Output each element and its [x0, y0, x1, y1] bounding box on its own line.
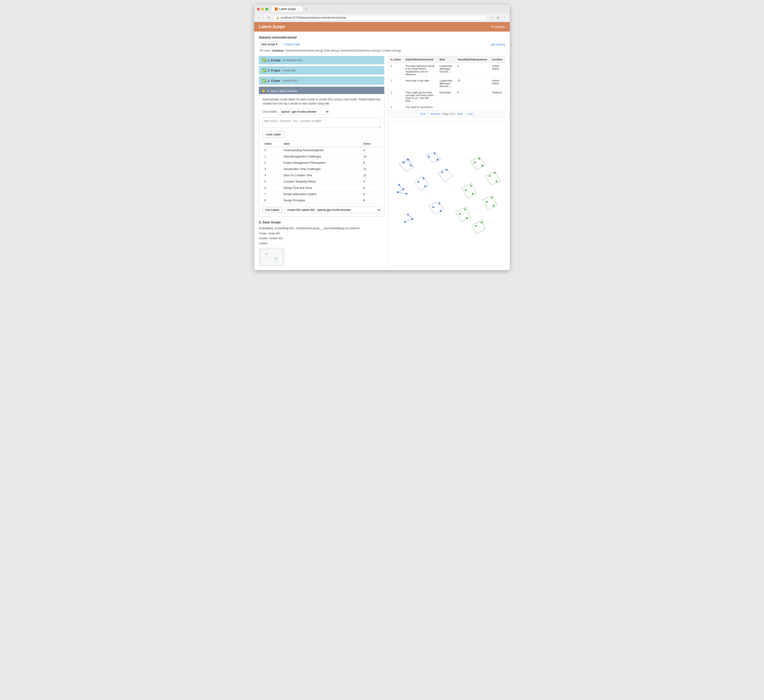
- step-2-check-icon: ✅: [262, 69, 266, 72]
- labels-select[interactable]: cluster-001-labels-001 - openai-gpt-4-tu…: [284, 207, 381, 213]
- row-years: 4: [455, 63, 490, 78]
- cluster-items: 6: [362, 191, 380, 197]
- forward-button[interactable]: ›: [262, 15, 265, 20]
- step-3-header[interactable]: ✅ 3. Cluster (cluster-001): [259, 77, 384, 85]
- col-index: index: [263, 141, 282, 147]
- step-3-check-icon: ✅: [262, 79, 266, 83]
- cluster-label: Complex Simplicity Efforts: [282, 179, 362, 185]
- step-4-description: Automatically create labels for each clu…: [262, 97, 381, 106]
- svg-point-66: [475, 225, 477, 227]
- table-row: 1 How long it may take Leadership (Manag…: [388, 78, 505, 89]
- step-1-header[interactable]: ✅ 1. Embed (embedding-001): [259, 56, 384, 64]
- use-labels-button[interactable]: Use Labels: [262, 207, 282, 213]
- save-preview-thumbnail: [259, 248, 284, 266]
- svg-point-30: [418, 181, 420, 183]
- browser-addressbar: ‹ › ↻ 🔒 localhost:5174/datasets/datavis-…: [254, 14, 510, 22]
- dropdown-arrow-icon: ▾: [276, 43, 277, 46]
- svg-point-60: [493, 205, 495, 207]
- prev-page-link[interactable]: ← Previous: [427, 112, 441, 115]
- svg-point-62: [459, 213, 461, 215]
- auto-label-button[interactable]: Auto Label: [262, 131, 285, 138]
- tab-close-button[interactable]: ×: [298, 8, 299, 11]
- svg-point-59: [491, 197, 493, 198]
- url-bar[interactable]: 🔒 localhost:5174/datasets/datavis-notund…: [273, 15, 487, 20]
- chat-model-row: Chat Model: openai - gpt-4-turbo-preview…: [262, 108, 381, 115]
- row-index: 2: [388, 89, 403, 104]
- preview-svg: [261, 250, 282, 265]
- save-scope-section: 5. Save Scope Embedding: embedding-001 -…: [259, 220, 384, 266]
- cluster-label: Design philosophy insights: [282, 191, 362, 197]
- cluster-label: Data Management Challenges: [282, 153, 362, 160]
- save-embedding: Embedding: embedding-001 - transformers-…: [259, 226, 384, 231]
- cluster-list: index label items 0 Understanding Acknow…: [262, 141, 381, 204]
- table-footer: First ← Previous Page 1 of 1 Next → Last: [388, 110, 505, 117]
- settings-link[interactable]: ⚙ settings: [491, 25, 505, 28]
- cluster-row: 8 Design Principles 8: [263, 197, 380, 204]
- svg-point-55: [470, 185, 472, 187]
- dataset-title: datavis-notunderstood: [259, 35, 505, 39]
- last-page-link[interactable]: Last: [468, 112, 473, 115]
- step-4-content: Automatically create labels for each clu…: [259, 94, 384, 217]
- step-4: 👉 4. Auto-Label Clusters Automatically c…: [259, 87, 384, 217]
- extensions-button[interactable]: ⧉: [496, 15, 500, 20]
- tab-favicon: [275, 8, 278, 11]
- new-scope-button[interactable]: New scope ▾: [259, 42, 280, 47]
- cluster-items: 6: [362, 160, 380, 166]
- columns-label: Columns:: [272, 49, 284, 52]
- right-column: ls_index DataVizNotUnderstood Role Years…: [388, 56, 505, 266]
- cluster-index: 6: [263, 185, 282, 191]
- svg-point-21: [437, 159, 439, 161]
- context-textarea[interactable]: [262, 117, 381, 128]
- cluster-index: 0: [263, 147, 282, 153]
- cluster-row: 1 Data Management Challenges 10: [263, 153, 380, 160]
- data-table-header-row: ls_index DataVizNotUnderstood Role Years…: [388, 56, 505, 63]
- svg-point-35: [446, 169, 448, 171]
- cluster-row: 5 Complex Simplicity Efforts 6: [263, 179, 380, 185]
- row-role: [437, 104, 455, 110]
- step-2-header[interactable]: ✅ 2. Project (umap-001): [259, 66, 384, 75]
- dot-yellow[interactable]: [261, 8, 264, 11]
- cluster-index: 7: [263, 191, 282, 197]
- row-text: How long it may take: [403, 78, 437, 89]
- data-table: ls_index DataVizNotUnderstood Role Years…: [388, 56, 505, 110]
- dot-green[interactable]: [265, 8, 268, 11]
- cluster-label: Design Principles: [282, 197, 362, 204]
- svg-point-19: [428, 156, 430, 158]
- back-button[interactable]: ‹: [257, 15, 260, 20]
- save-scope-title: 5. Save Scope: [259, 220, 384, 224]
- svg-point-67: [481, 222, 482, 223]
- browser-tab[interactable]: Latent Scope ×: [272, 6, 302, 12]
- data-panel: ls_index DataVizNotUnderstood Role Years…: [388, 56, 505, 117]
- svg-point-31: [423, 177, 424, 179]
- cluster-items: 11: [362, 166, 380, 172]
- refresh-button[interactable]: ↻: [266, 15, 271, 20]
- new-tab-button[interactable]: +: [305, 7, 307, 11]
- bookmark-button[interactable]: ☆: [489, 15, 494, 20]
- first-page-link[interactable]: First: [421, 112, 426, 115]
- menu-button[interactable]: ⋮: [502, 15, 507, 20]
- svg-point-46: [474, 162, 476, 164]
- row-text: They might get but they normally sent th…: [403, 89, 437, 104]
- step-4-header[interactable]: 👉 4. Auto-Label Clusters: [259, 87, 384, 95]
- bottom-bar: Use Labels cluster-001-labels-001 - open…: [262, 207, 381, 213]
- row-years: 25: [455, 78, 490, 89]
- cluster-index: 3: [263, 166, 282, 172]
- browser-dots: [257, 8, 268, 11]
- chat-model-label: Chat Model:: [262, 110, 277, 113]
- table-row: 3 The need for and time it: [388, 104, 505, 110]
- cluster-row: 2 Project Management Philosophies 6: [263, 160, 380, 166]
- svg-point-34: [441, 171, 443, 173]
- cluster-table: index label items 0 Understanding Acknow…: [263, 141, 380, 204]
- th-years: YearsDataVizExperience: [455, 56, 490, 63]
- dot-red[interactable]: [257, 8, 260, 11]
- chat-model-select[interactable]: openai - gpt-4-turbo-preview openai - gp…: [278, 108, 329, 115]
- cluster-items: 11: [362, 172, 380, 179]
- next-page-link[interactable]: Next →: [457, 112, 466, 115]
- th-location: Location: [490, 56, 505, 63]
- cluster-index: 5: [263, 179, 282, 185]
- step-4-label: 4. Auto-Label Clusters: [268, 89, 297, 93]
- col-label: label: [282, 141, 362, 147]
- row-location: United States: [490, 78, 505, 89]
- export-data-button[interactable]: ↗ Export data: [282, 43, 300, 46]
- job-history-link[interactable]: Job history: [490, 43, 505, 46]
